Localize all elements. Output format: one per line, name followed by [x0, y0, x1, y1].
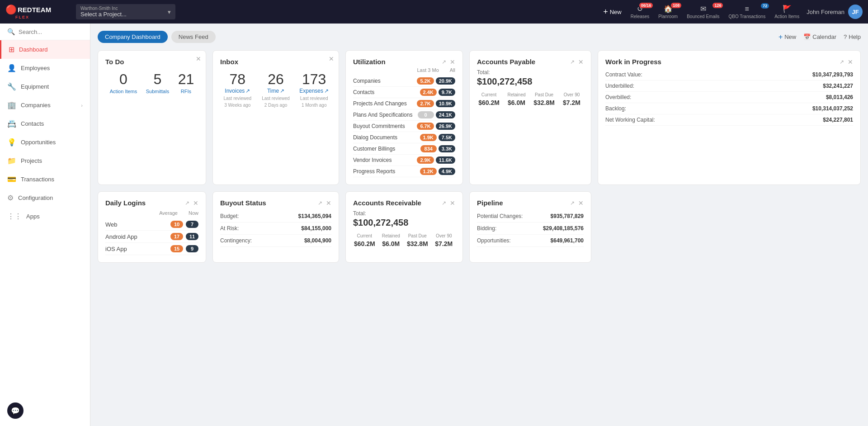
- calendar-button[interactable]: 📅 Calendar: [803, 33, 836, 40]
- releases-badge: 06/16: [639, 3, 653, 8]
- wip-close-button[interactable]: ✕: [848, 58, 853, 66]
- wip-expand-button[interactable]: ↗: [840, 59, 844, 65]
- sidebar-item-label: Opportunities: [21, 139, 56, 146]
- util-badge-recent: 2.7K: [417, 100, 434, 107]
- pipeline-close-button[interactable]: ✕: [578, 199, 584, 207]
- sidebar-item-dashboard[interactable]: ⊞ Dashboard: [0, 40, 90, 59]
- buyout-label: Budget:: [220, 213, 239, 219]
- ap-col-past-due: Past Due $32.8M: [532, 92, 556, 106]
- ap-close-button[interactable]: ✕: [578, 58, 584, 66]
- company-name: Warthon-Smith Inc: [80, 6, 127, 11]
- sidebar-item-label: Dashboard: [19, 46, 48, 53]
- nav-icons: + New ↺ 06/16 Releases 🏠 108 Planroom ✉ …: [603, 5, 799, 19]
- tab-company-dashboard[interactable]: Company Dashboard: [98, 31, 168, 43]
- ar-expand-button[interactable]: ↗: [442, 200, 446, 206]
- ar-col-current: Current $60.2M: [353, 233, 376, 247]
- inbox-card: Inbox ✕ 78 Invoices ↗ Last reviewed 3 We…: [212, 50, 339, 185]
- todo-submittals: 5 Submittals: [146, 71, 169, 94]
- logo: 🔴 REDTEAM FLEX: [5, 4, 69, 19]
- new-action-button[interactable]: + New: [778, 33, 796, 41]
- util-row-label: Dialog Documents: [353, 134, 418, 141]
- qbo-label: QBO Transactions: [728, 14, 765, 19]
- sidebar-item-transactions[interactable]: 💳 Transactions: [0, 170, 90, 189]
- utilization-row: Buyout Commitments 6.7K 26.9K: [353, 121, 455, 132]
- bounced-emails-nav-item[interactable]: ✉ 126 Bounced Emails: [687, 5, 719, 19]
- login-now-badge: 11: [186, 233, 198, 240]
- login-now-badge: 7: [186, 221, 198, 228]
- ar-columns: Current $60.2M Retained $6.0M Past Due $…: [353, 233, 455, 247]
- dashboard-icon: ⊞: [9, 45, 14, 54]
- sidebar-item-equipment[interactable]: 🔧 Equipment: [0, 77, 90, 96]
- logo-sub: FLEX: [15, 15, 29, 19]
- project-selector[interactable]: Warthon-Smith Inc Select a Project... ▾: [76, 4, 175, 19]
- search-icon: 🔍: [7, 28, 15, 35]
- utilization-close-button[interactable]: ✕: [450, 58, 455, 66]
- releases-nav-item[interactable]: ↺ 06/16 Releases: [631, 5, 650, 19]
- contacts-icon: 📇: [7, 119, 16, 128]
- inbox-close-button[interactable]: ✕: [329, 55, 334, 62]
- planroom-nav-item[interactable]: 🏠 108 Planroom: [658, 5, 678, 19]
- utilization-row: Companies 5.2K 20.9K: [353, 76, 455, 87]
- pipeline-value: $935,787,829: [551, 213, 584, 219]
- buyout-rows: Budget: $134,365,094 At Risk: $84,155,00…: [220, 210, 331, 247]
- buyout-value: $134,365,094: [298, 213, 331, 219]
- action-items-label: Action Items: [774, 14, 799, 19]
- utilization-row: Vendor Invoices 2.9K 11.6K: [353, 155, 455, 166]
- pipeline-label: Bidding:: [477, 225, 496, 232]
- pipeline-expand-button[interactable]: ↗: [570, 200, 575, 206]
- user-area[interactable]: John Foreman JF: [807, 5, 863, 19]
- util-badge-recent: 2.4K: [420, 89, 437, 96]
- utilization-expand-button[interactable]: ↗: [442, 59, 446, 65]
- pipeline-label: Opportunities:: [477, 237, 511, 244]
- action-items-icon: 🚩: [783, 5, 792, 13]
- todo-rfis: 21 RFIs: [178, 71, 194, 94]
- sidebar-item-label: Transactions: [21, 176, 54, 183]
- wip-row: Contract Value: $10,347,293,793: [605, 69, 853, 80]
- pipeline-value: $29,408,185,576: [543, 225, 584, 232]
- ar-close-button[interactable]: ✕: [450, 199, 455, 207]
- sidebar-item-label: Apps: [26, 213, 40, 220]
- search-input[interactable]: [19, 28, 83, 35]
- sidebar-item-apps[interactable]: ⋮⋮ Apps: [0, 207, 90, 226]
- buyout-close-button[interactable]: ✕: [326, 199, 331, 207]
- tab-news-feed[interactable]: News Feed: [171, 31, 216, 43]
- chat-bubble[interactable]: 💬: [7, 402, 24, 419]
- login-row: Web 10 7: [105, 218, 198, 231]
- todo-close-button[interactable]: ✕: [196, 55, 201, 62]
- buyout-title: Buyout Status: [220, 199, 266, 207]
- sidebar-item-contacts[interactable]: 📇 Contacts: [0, 114, 90, 133]
- sidebar-item-projects[interactable]: 📁 Projects: [0, 151, 90, 170]
- invoices-link[interactable]: Invoices ↗: [220, 88, 255, 94]
- buyout-row: Budget: $134,365,094: [220, 210, 331, 222]
- help-button[interactable]: ? Help: [844, 33, 861, 40]
- sidebar-item-employees[interactable]: 👤 Employees: [0, 59, 90, 77]
- pipeline-row: Opportunities: $649,961,700: [477, 235, 584, 247]
- action-items-nav-item[interactable]: 🚩 Action Items: [774, 5, 799, 19]
- pipeline-card: Pipeline ↗ ✕ Potential Changes: $935,787…: [469, 191, 591, 263]
- login-badges: 15 9: [170, 245, 198, 252]
- wip-value: $32,241,227: [823, 83, 853, 89]
- sidebar-item-configuration[interactable]: ⚙ Configuration: [0, 189, 90, 207]
- login-row: Android App 17 11: [105, 231, 198, 243]
- util-badge-all: 3.3K: [439, 145, 455, 152]
- new-button[interactable]: + New: [603, 7, 622, 17]
- chevron-down-icon: ▾: [168, 9, 171, 15]
- qbo-transactions-nav-item[interactable]: ≡ 72 QBO Transactions: [728, 5, 765, 19]
- dl-close-button[interactable]: ✕: [193, 199, 198, 207]
- tab-bar: Company Dashboard News Feed + New 📅 Cale…: [98, 31, 861, 43]
- expenses-link[interactable]: Expenses ↗: [297, 88, 331, 94]
- util-badge-recent: 834: [420, 145, 437, 152]
- sidebar-item-companies[interactable]: 🏢 Companies ›: [0, 96, 90, 114]
- apps-icon: ⋮⋮: [7, 212, 22, 221]
- time-link[interactable]: Time ↗: [259, 88, 293, 94]
- login-badges: 17 11: [170, 233, 198, 240]
- sidebar-item-opportunities[interactable]: 💡 Opportunities: [0, 133, 90, 151]
- dl-expand-button[interactable]: ↗: [185, 200, 189, 206]
- ap-expand-button[interactable]: ↗: [570, 59, 575, 65]
- buyout-expand-button[interactable]: ↗: [318, 200, 322, 206]
- buyout-value: $8,004,900: [304, 237, 331, 244]
- logo-text: REDTEAM: [18, 6, 51, 14]
- login-label: Web: [105, 221, 170, 228]
- wip-value: $8,013,426: [826, 94, 853, 100]
- companies-icon: 🏢: [7, 101, 16, 109]
